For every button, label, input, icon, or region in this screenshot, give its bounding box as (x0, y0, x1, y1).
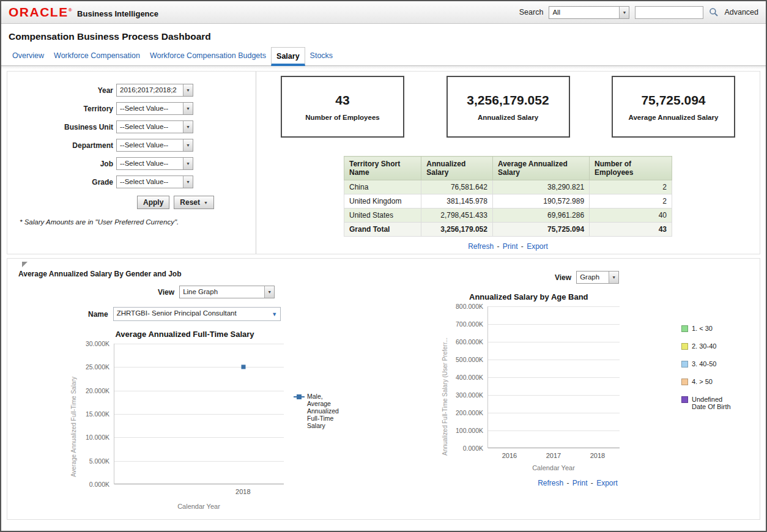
gridline (114, 414, 284, 415)
legend-label: 2. 30-40 (692, 342, 716, 350)
cell: 40 (590, 209, 672, 223)
chevron-down-icon: ▼ (183, 84, 193, 96)
table-row: United States2,798,451.43369,961.28640 (344, 209, 672, 223)
bar-chart: Annualized Full-Time Salary (User Prefer… (440, 306, 760, 487)
y-tick-label: 700.000K (456, 320, 483, 328)
table-row: China76,581.64238,290.8212 (344, 180, 672, 194)
y-tick-label: 500.000K (456, 356, 483, 363)
bar-chart-legend: 1. < 302. 30-403. 40-504. > 50Undefined … (681, 325, 733, 487)
filter-dropdown-department[interactable]: --Select Value--▼ (116, 139, 193, 152)
chevron-down-icon: ▼ (183, 139, 193, 151)
gender-job-panel: Average Annualized Salary By Gender and … (7, 259, 432, 519)
kpi-card: 3,256,179.052Annualized Salary (446, 76, 570, 138)
link-export[interactable]: Export (527, 242, 548, 251)
y-tick-label: 25.000K (86, 363, 109, 371)
dropdown-value: Graph (577, 272, 609, 283)
dashboard-page: ORACLE® Business Intelligence Search All… (0, 0, 767, 532)
bar-groups (488, 306, 620, 448)
x-axis-title: Calendar Year (114, 503, 284, 510)
link-separator: - (565, 479, 571, 487)
link-separator: - (589, 479, 596, 487)
territory-table-wrap: Territory Short NameAnnualized SalaryAve… (344, 156, 672, 251)
search-icon[interactable] (709, 7, 719, 17)
tab-salary[interactable]: Salary (271, 47, 305, 66)
dropdown-value: --Select Value-- (117, 139, 183, 151)
search-scope-dropdown[interactable]: All ▼ (549, 6, 629, 19)
legend-marker-icon (294, 394, 305, 399)
kpi-label: Average Annualized Salary (629, 114, 719, 121)
table-header-row: Territory Short NameAnnualized SalaryAve… (344, 157, 672, 180)
x-tick-label: 2017 (546, 452, 561, 459)
legend-swatch (681, 361, 688, 368)
dropdown-value: --Select Value-- (117, 176, 183, 188)
filter-label: Year (7, 86, 116, 95)
filter-label: Job (7, 160, 116, 168)
graph-view-dropdown[interactable]: Graph ▼ (576, 271, 619, 284)
cell: Grand Total (344, 223, 421, 237)
apply-button[interactable]: Apply (137, 196, 169, 209)
link-export[interactable]: Export (596, 479, 618, 487)
brand: ORACLE® Business Intelligence (9, 5, 158, 20)
column-header: Annualized Salary (421, 157, 493, 180)
gridline (114, 461, 284, 462)
name-selector-row: Name ZHRTGBI- Senior Principal Consultan… (88, 307, 432, 321)
link-refresh[interactable]: Refresh (468, 242, 494, 251)
link-print[interactable]: Print (503, 242, 518, 251)
x-tick-label: 2018 (235, 488, 250, 495)
legend-item: Male, Average Annualized Full-Time Salar… (294, 393, 335, 429)
cell: 43 (590, 223, 672, 237)
legend-label: 4. > 50 (692, 378, 713, 385)
filter-dropdown-business-unit[interactable]: --Select Value--▼ (116, 120, 193, 133)
y-axis-title: Annualized Full-Time Salary (User Prefer… (440, 306, 450, 487)
kpi-value: 3,256,179.052 (467, 93, 549, 108)
cell: 381,145.978 (421, 194, 493, 209)
reset-button[interactable]: Reset▼ (174, 196, 214, 209)
tab-workforce-compensation-budgets[interactable]: Workforce Compensation Budgets (145, 47, 271, 65)
filter-label: Grade (7, 178, 116, 187)
line-plot-area (114, 344, 284, 484)
collapse-section-icon[interactable] (22, 262, 28, 267)
link-refresh[interactable]: Refresh (538, 479, 563, 487)
name-dropdown[interactable]: ZHRTGBI- Senior Principal Consultant ▼ (113, 307, 281, 321)
x-axis-ticks: 2018 (114, 488, 284, 498)
view-selector-row: View Line Graph ▼ (158, 286, 432, 298)
tab-overview[interactable]: Overview (7, 47, 49, 65)
view-selector-row: View Graph ▼ (555, 271, 760, 284)
advanced-link[interactable]: Advanced (724, 8, 758, 17)
chevron-down-icon: ▼ (183, 176, 193, 188)
kpi-value: 43 (335, 93, 349, 108)
header-search-area: Search All ▼ Advanced (519, 6, 758, 19)
filter-dropdown-job[interactable]: --Select Value--▼ (116, 157, 193, 170)
charts-section: Average Annualized Salary By Gender and … (7, 258, 760, 520)
y-tick-label: 400.000K (456, 374, 483, 381)
bar-plot-column: 201620172018 Calendar Year Refresh - Pri… (487, 306, 668, 487)
filter-row: Job--Select Value--▼ (7, 157, 256, 170)
chevron-down-icon: ▼ (183, 158, 193, 169)
search-input[interactable] (635, 6, 703, 19)
legend-item: 1. < 30 (681, 325, 733, 332)
bar-plot-area (487, 306, 620, 448)
link-print[interactable]: Print (572, 479, 588, 487)
view-dropdown[interactable]: Line Graph ▼ (179, 286, 275, 298)
filter-dropdown-grade[interactable]: --Select Value--▼ (116, 175, 193, 188)
tab-stocks[interactable]: Stocks (305, 47, 338, 65)
chevron-down-icon: ▼ (183, 121, 193, 133)
filter-label: Department (7, 141, 116, 150)
tab-workforce-compensation[interactable]: Workforce Compensation (49, 47, 145, 65)
gridline (114, 367, 284, 368)
y-tick-label: 0.000K (89, 481, 109, 488)
line-chart-title: Average Annualized Full-Time Salary (75, 330, 295, 339)
legend-label: Undefined Date Of Birth (692, 396, 733, 410)
cell: United Kingdom (344, 194, 421, 209)
title-bar: Compensation Business Process Dashboard (1, 24, 766, 45)
table-row: United Kingdom381,145.978190,572.9892 (344, 194, 672, 209)
link-separator: - (519, 242, 526, 251)
oracle-logo: ORACLE® (9, 5, 73, 20)
search-scope-value: All (549, 7, 619, 18)
cell: United States (344, 209, 421, 223)
data-point (241, 365, 245, 369)
filter-dropdown-year[interactable]: 2016;2017;2018;2▼ (116, 84, 193, 97)
filter-dropdown-territory[interactable]: --Select Value--▼ (116, 102, 193, 115)
cell: China (344, 180, 421, 194)
chevron-down-icon: ▼ (619, 7, 629, 18)
